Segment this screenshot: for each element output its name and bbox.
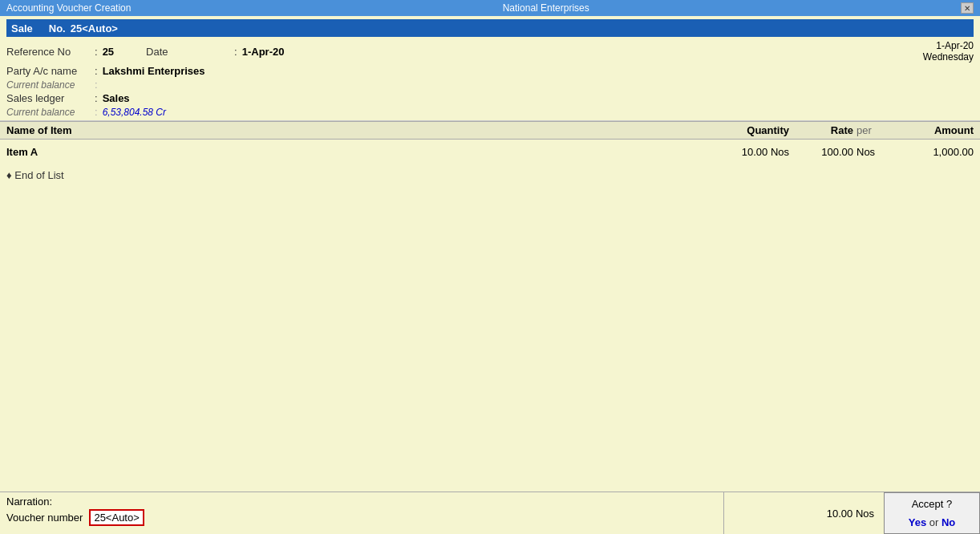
party-colon: : xyxy=(95,65,98,77)
sales-balance-colon: : xyxy=(95,106,98,118)
date-value: 1-Apr-20 xyxy=(242,46,285,58)
sales-balance-label: Current balance xyxy=(6,107,95,118)
item-per: Nos xyxy=(853,146,893,158)
item-qty: 10.00 Nos xyxy=(693,146,789,158)
table-body: Item A 10.00 Nos 100.00 Nos 1,000.00 xyxy=(0,140,980,164)
item-rate: 100.00 xyxy=(789,146,853,158)
sales-ledger-row: Sales ledger : Sales xyxy=(6,91,974,105)
item-amount: 1,000.00 xyxy=(893,146,974,158)
voucher-label: Voucher number xyxy=(6,512,83,524)
voucher-number-row: Voucher number 25<Auto> xyxy=(6,509,717,526)
date-field: Date : 1-Apr-20 xyxy=(146,45,284,59)
sales-balance-row: Current balance : 6,53,804.58 Cr xyxy=(6,105,974,119)
date-colon: : xyxy=(234,46,237,58)
ref-value: 25 xyxy=(103,46,114,58)
top-day: Wednesday xyxy=(923,51,974,63)
bottom-total: 10.00 Nos xyxy=(723,492,884,534)
bottom-bar: Narration: Voucher number 25<Auto> 10.00… xyxy=(0,492,980,534)
end-of-list: ♦ End of List xyxy=(0,164,980,186)
sales-colon: : xyxy=(95,92,98,104)
total-qty: 10.00 Nos xyxy=(827,508,874,520)
accept-yes-button[interactable]: Yes xyxy=(909,516,926,528)
sales-balance-value: 6,53,804.58 Cr xyxy=(103,107,166,118)
ref-field: Reference No : 25 xyxy=(6,45,114,59)
company-name: National Enterprises xyxy=(503,2,589,14)
accept-no-button[interactable]: No xyxy=(942,516,955,528)
sale-bar: Sale No. 25<Auto> xyxy=(6,19,974,37)
party-label: Party A/c name xyxy=(6,65,95,77)
voucher-header: Sale No. 25<Auto> Reference No : 25 Date… xyxy=(0,16,980,121)
ref-colon: : xyxy=(95,46,98,58)
table-header: Name of Item Quantity Rate per Amount xyxy=(0,121,980,140)
no-value: 25<Auto> xyxy=(71,22,118,34)
col-name-header: Name of Item xyxy=(6,124,693,136)
accept-title: Accept ? xyxy=(912,498,953,510)
narration-row: Narration: xyxy=(6,496,717,508)
party-balance-label: Current balance xyxy=(6,79,95,91)
party-balance-colon: : xyxy=(95,79,98,91)
sales-label: Sales ledger xyxy=(6,92,95,104)
party-balance-row: Current balance : xyxy=(6,78,974,91)
date-label: Date xyxy=(146,46,234,58)
sales-value: Sales xyxy=(103,92,130,104)
accept-options: Yes or No xyxy=(909,516,956,528)
accept-or: or xyxy=(929,516,942,528)
header-top-row: Reference No : 25 Date : 1-Apr-20 1-Apr-… xyxy=(6,38,974,64)
bottom-left: Narration: Voucher number 25<Auto> xyxy=(0,492,723,534)
col-per-header: per xyxy=(853,124,893,136)
sale-label: Sale xyxy=(11,22,33,34)
no-label: No. xyxy=(49,22,66,34)
table-row: Item A 10.00 Nos 100.00 Nos 1,000.00 xyxy=(6,143,974,161)
ref-date-area: Reference No : 25 Date : 1-Apr-20 xyxy=(6,45,284,59)
app-title: Accounting Voucher Creation xyxy=(6,2,131,14)
party-value: Lakshmi Enterprises xyxy=(103,65,205,77)
party-row: Party A/c name : Lakshmi Enterprises xyxy=(6,64,974,78)
title-bar: Accounting Voucher Creation National Ent… xyxy=(0,0,980,16)
narration-label: Narration: xyxy=(6,496,52,508)
col-qty-header: Quantity xyxy=(693,124,789,136)
item-name: Item A xyxy=(6,146,693,158)
col-amount-header: Amount xyxy=(893,124,974,136)
voucher-value-box[interactable]: 25<Auto> xyxy=(89,509,144,526)
main-content: Sale No. 25<Auto> Reference No : 25 Date… xyxy=(0,16,980,534)
top-right: 1-Apr-20 Wednesday xyxy=(923,40,974,63)
ref-label: Reference No xyxy=(6,46,95,58)
accept-box: Accept ? Yes or No xyxy=(884,492,980,534)
col-rate-header: Rate xyxy=(789,124,853,136)
top-date: 1-Apr-20 xyxy=(923,40,974,51)
close-button[interactable]: ✕ xyxy=(961,2,974,14)
